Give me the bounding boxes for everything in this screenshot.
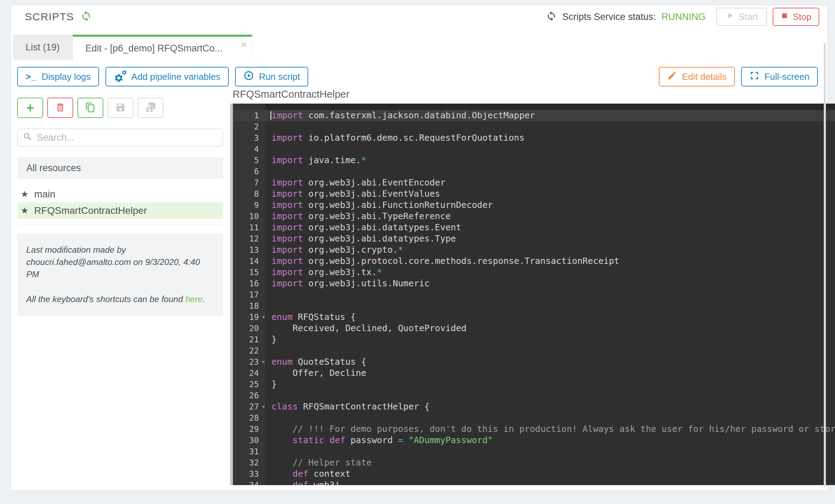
code-text: import org.web3j.tx.* [265,267,835,278]
save-all-icon [145,102,156,114]
add-script-button[interactable]: + [17,98,43,118]
editor-left-scrollbar[interactable] [230,104,233,485]
edit-details-button[interactable]: Edit details [659,67,735,86]
resource-actions: + [17,98,223,118]
line-number: 13 [233,244,265,255]
add-pipeline-variables-label: Add pipeline variables [131,71,220,82]
page-title: SCRIPTS [25,11,74,23]
shortcuts-text: All the keyboard's shortcuts can be foun… [26,294,185,304]
code-line: 30 static def password = "ADummyPassword… [233,435,835,446]
line-number: 29 [233,424,265,435]
line-number: 33 [233,468,265,479]
stop-button-label: Stop [793,12,812,22]
line-number: 22 [233,345,265,356]
display-logs-label: Display logs [42,71,91,82]
code-line: 20 Received, Declined, QuoteProvided [233,323,835,334]
code-text [265,166,835,177]
code-line: 15import org.web3j.tx.* [233,267,835,278]
display-logs-button[interactable]: >_ Display logs [17,67,99,86]
line-number: 8 [233,188,265,200]
code-text: import org.web3j.protocol.core.methods.r… [265,255,835,267]
start-button-label: Start [739,12,758,22]
line-number: 6 [233,166,265,177]
line-number: 11 [233,222,265,233]
code-line: 1import com.fasterxml.jackson.databind.O… [233,110,835,121]
code-line: 12import org.web3j.abi.datatypes.Type [233,233,835,244]
resource-list: ★ main ★ RFQSmartContractHelper [17,186,223,225]
play-circle-icon [243,70,254,83]
resource-label: main [34,189,55,200]
code-text: enum RFQStatus { [265,312,835,323]
shortcuts-link[interactable]: here [185,294,202,304]
code-line: 14import org.web3j.protocol.core.methods… [233,255,835,267]
close-tab-icon[interactable]: × [241,39,247,50]
line-number: 10 [233,211,265,222]
tab-strip: List (19) Edit - [p6_demo] RFQSmartCo...… [11,34,828,60]
line-number: 3 [233,132,265,144]
code-line: 9import org.web3j.abi.FunctionReturnDeco… [233,200,835,211]
code-text [265,300,835,312]
trash-icon [55,102,65,114]
tab-list-label: List (19) [26,42,60,53]
search-input[interactable] [37,132,218,143]
code-text: import org.web3j.abi.TypeReference [265,211,835,222]
line-number: 32 [233,457,265,468]
list-item-main[interactable]: ★ main [17,186,223,202]
code-text: import org.web3j.crypto.* [265,244,835,255]
code-text [265,144,835,155]
tab-edit-script[interactable]: Edit - [p6_demo] RFQSmartCo... × [73,35,253,60]
plus-icon: + [26,103,34,113]
fold-arrow-icon[interactable]: ▾ [262,356,265,368]
line-number: 31 [233,446,265,457]
fold-arrow-icon[interactable]: ▾ [262,401,265,412]
editor-toolbar: >_ Display logs Add pipeline variables R… [11,60,828,86]
start-service-button[interactable]: Start [716,8,767,26]
search-box [17,128,223,147]
line-number: 18 [233,300,265,312]
tab-edit-label: Edit - [p6_demo] RFQSmartCo... [85,43,223,54]
delete-script-button[interactable] [47,98,73,118]
code-editor[interactable]: 1import com.fasterxml.jackson.databind.O… [233,104,835,485]
service-status-label: Scripts Service status: [562,12,656,22]
panel-scrollbar[interactable] [824,43,826,487]
code-line: 17 [233,289,835,300]
code-text [265,446,835,457]
stop-service-button[interactable]: Stop [773,8,820,26]
line-number: 23▾ [233,356,265,368]
code-line: 7import org.web3j.abi.EventEncoder [233,177,835,188]
code-text: import org.web3j.abi.datatypes.Event [265,222,835,233]
refresh-icon[interactable] [81,10,92,23]
code-line: 31 [233,446,835,457]
code-line: 25} [233,379,835,390]
editor-wrap: 1import com.fasterxml.jackson.databind.O… [230,104,835,485]
line-number: 25 [233,379,265,390]
shortcuts-period: . [202,294,205,304]
full-screen-label: Full-screen [764,71,809,82]
full-screen-button[interactable]: Full-screen [741,67,818,86]
tab-list[interactable]: List (19) [13,35,73,60]
run-script-button[interactable]: Run script [235,67,308,86]
panel-header: SCRIPTS Scripts Service status: RUNNING … [11,5,828,28]
code-line: 2 [233,121,835,132]
code-text: } [265,379,835,390]
code-text: import org.web3j.abi.FunctionReturnDecod… [265,200,835,211]
line-number: 34 [233,479,265,485]
code-text: Received, Declined, QuoteProvided [265,323,835,334]
terminal-icon: >_ [26,71,37,82]
code-line: 13import org.web3j.crypto.* [233,244,835,255]
list-item-rfqsmartcontracthelper[interactable]: ★ RFQSmartContractHelper [17,202,223,219]
resources-sidebar: + [17,87,223,485]
duplicate-script-button[interactable] [77,98,103,118]
code-text: static def password = "ADummyPassword" [265,435,835,446]
code-text: import org.web3j.abi.EventEncoder [265,177,835,188]
save-all-button[interactable] [138,98,164,118]
code-line: 4 [233,144,835,155]
add-pipeline-variables-button[interactable]: Add pipeline variables [105,67,229,86]
line-number: 19▾ [233,312,265,323]
code-line: 5import java.time.* [233,155,835,166]
status-refresh-icon[interactable] [546,11,557,23]
fold-arrow-icon[interactable]: ▾ [262,312,265,323]
code-line: 21} [233,334,835,345]
save-script-button[interactable] [108,98,133,118]
code-line: 34 def web3j [233,479,835,485]
